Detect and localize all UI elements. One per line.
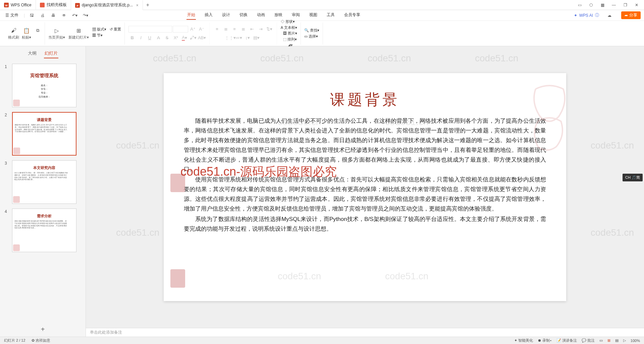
tab-animation[interactable]: 动画	[256, 11, 266, 20]
save-icon[interactable]: 🖫	[28, 12, 36, 19]
wps-icon: W	[4, 3, 9, 7]
tab-wps-office[interactable]: W WPS Office	[0, 0, 36, 10]
highlight-icon[interactable]: 🖍▾	[189, 35, 197, 41]
thumbnail-2[interactable]: 课题背景 随着科学技术发展，电脑已成为人们生活中必不可少的生活办公工具，在这样的…	[12, 112, 76, 156]
textbox-button[interactable]: A 文本框▾	[281, 25, 297, 30]
thumbnail-4[interactable]: 需求分析 系统功能结构的研究首先要进行用户群体的划分与各功能调查。对于宾馆管理系…	[12, 209, 76, 252]
increase-font-icon[interactable]: A⁺	[189, 26, 197, 33]
picture-button[interactable]: 🖼 图片▾	[283, 31, 297, 36]
thumb-text: 随着科学技术发展，电脑已成为人们生活中必不可少的生活办公工具，在这样的背景下，网…	[15, 124, 68, 133]
print-icon[interactable]: 🖶	[50, 12, 57, 19]
tab-view[interactable]: 视图	[309, 11, 318, 20]
shape-button[interactable]: ◇ 形状▾	[281, 19, 297, 24]
window-app-icon[interactable]: ▦	[600, 3, 605, 7]
file-menu[interactable]: ☰ 文件	[3, 12, 20, 18]
view-slideshow-icon[interactable]: ▷	[623, 338, 626, 343]
numbering-icon[interactable]: ≔▾	[235, 35, 243, 41]
redo-icon[interactable]: ↷▾	[82, 12, 89, 19]
decrease-font-icon[interactable]: A⁻	[198, 26, 206, 33]
align-justify-icon[interactable]: ≣	[239, 26, 247, 33]
close-window-icon[interactable]: ✕	[634, 3, 639, 7]
watermark-bg: code51.cn	[116, 227, 159, 238]
tab-insert[interactable]: 插入	[204, 11, 213, 20]
slide-canvas[interactable]: 课题背景 随着科学技术发展，电脑已成为人们生活中必不可少的生活办公工具，在这样的…	[164, 73, 566, 301]
tab-design[interactable]: 设计	[221, 11, 231, 20]
close-icon[interactable]: ×	[136, 3, 139, 8]
smart-beautify-button[interactable]: ✦ 智能美化	[514, 338, 533, 343]
page-start-button[interactable]: ▷当页开始▾	[48, 27, 65, 40]
layout-button[interactable]: ▦ 版式▾	[92, 27, 106, 32]
window-compact-icon[interactable]: ▭	[577, 3, 582, 7]
font-color-icon[interactable]: A▾	[180, 35, 189, 41]
author-name: 吉祥如意	[36, 338, 50, 342]
thumbnail-list[interactable]: 1 宾馆管理系统 姓名： 学号： 专业： 指导教师： 2 课题背景 随着科学技术…	[0, 61, 86, 322]
underline-icon[interactable]: U	[146, 35, 154, 41]
comment-button[interactable]: 💬 批注	[582, 338, 595, 343]
view-sorter-icon[interactable]: ⊞	[607, 338, 610, 343]
format-painter-button[interactable]: 🖌格式刷	[8, 27, 19, 40]
align-center-icon[interactable]: ≣	[222, 26, 230, 33]
cloud-icon[interactable]: ☁	[606, 12, 613, 19]
export-icon[interactable]: 🖨	[39, 12, 46, 19]
section-button[interactable]: ☰ 节▾	[92, 33, 106, 38]
copy-button[interactable]: ⧉	[34, 27, 41, 40]
ime-indicator[interactable]: CH 🎵简	[623, 174, 643, 181]
add-tab-button[interactable]: +	[143, 2, 153, 8]
add-slide-button[interactable]: +	[0, 322, 86, 337]
window-box-icon[interactable]: ⬡	[588, 3, 594, 7]
zoom-label[interactable]: 100%	[631, 339, 640, 343]
tab-member[interactable]: 会员专享	[343, 11, 361, 20]
view-reading-icon[interactable]: ▤	[615, 338, 619, 343]
tab-document[interactable]: P django宾馆酒店管理系统.p... ×	[71, 0, 143, 10]
reset-button[interactable]: ↺ 重置	[110, 27, 121, 32]
arrange-button[interactable]: ⬚ 排列▾	[283, 37, 297, 42]
columns-icon[interactable]: ▤▾	[252, 35, 260, 41]
watermark-bg: code51.cn	[591, 227, 634, 238]
watermark-bg: code51.cn	[116, 140, 159, 151]
outline-tab[interactable]: 大纲	[27, 49, 37, 58]
minimize-icon[interactable]: ―	[611, 3, 616, 7]
new-slide-button[interactable]: ⊞新建幻灯片▾	[68, 27, 89, 40]
maximize-icon[interactable]: ❐	[623, 3, 628, 7]
align-right-icon[interactable]: ≡	[230, 26, 238, 33]
italic-icon[interactable]: I	[137, 35, 145, 41]
notes-pane[interactable]: 单击此处添加备注	[86, 328, 644, 337]
wps-ai-button[interactable]: ✦ WPS AI ⓘ	[574, 12, 599, 18]
find-button[interactable]: 🔍 查找▾	[304, 28, 319, 33]
undo-icon[interactable]: ↶▾	[71, 12, 78, 19]
tab-transition[interactable]: 切换	[239, 11, 248, 20]
align-left-icon[interactable]: ≡	[213, 26, 221, 33]
record-button[interactable]: ⏺ 录制▾	[538, 338, 552, 343]
bold-icon[interactable]: B	[128, 35, 136, 41]
tab-slideshow[interactable]: 放映	[274, 11, 283, 20]
strikethrough-icon[interactable]: S̶	[163, 35, 171, 41]
share-label: 分享	[629, 12, 637, 18]
indent-left-icon[interactable]: ⇤	[248, 26, 256, 33]
paste-button[interactable]: 📋粘贴▾	[22, 27, 31, 40]
share-button[interactable]: ➦ 分享	[621, 11, 641, 19]
select-button[interactable]: ▭ 选择▾	[304, 34, 319, 39]
view-normal-icon[interactable]: ▭	[599, 338, 603, 343]
label: 图片	[288, 31, 295, 35]
slide-stage[interactable]: code51.cn code51.cn code51.cn code51.cn …	[86, 46, 644, 328]
tab-review[interactable]: 审阅	[291, 11, 301, 20]
label: 当页开始	[48, 35, 63, 39]
strike-icon[interactable]: A̶	[154, 35, 162, 41]
stamp-decoration	[170, 174, 185, 192]
slides-tab[interactable]: 幻灯片	[44, 49, 58, 58]
clear-format-icon[interactable]: AB▾	[198, 35, 206, 41]
speech-notes-button[interactable]: 📝 演讲备注	[556, 338, 577, 343]
superscript-icon[interactable]: X²	[172, 35, 180, 41]
template-icon	[40, 3, 45, 7]
tab-start[interactable]: 开始	[186, 11, 196, 20]
tab-tools[interactable]: 工具	[326, 11, 335, 20]
bullets-icon[interactable]: ⋮⋮▾	[226, 35, 234, 41]
thumbnail-1[interactable]: 宾馆管理系统 姓名： 学号： 专业： 指导教师：	[12, 64, 76, 107]
text-direction-icon[interactable]: ↕▾	[244, 35, 252, 41]
line-spacing-icon[interactable]: ⇅▾	[265, 26, 273, 33]
indent-right-icon[interactable]: ⇥	[257, 26, 265, 33]
label: 演讲备注	[562, 338, 577, 342]
preview-icon[interactable]: 👁	[60, 12, 68, 19]
thumbnail-3[interactable]: 本文研究内容 本文主要研究7大部分：第一章为绪论，主要介绍了目前电脑技术发展状况…	[12, 160, 76, 204]
tab-template[interactable]: 找稻壳模板	[36, 0, 71, 10]
